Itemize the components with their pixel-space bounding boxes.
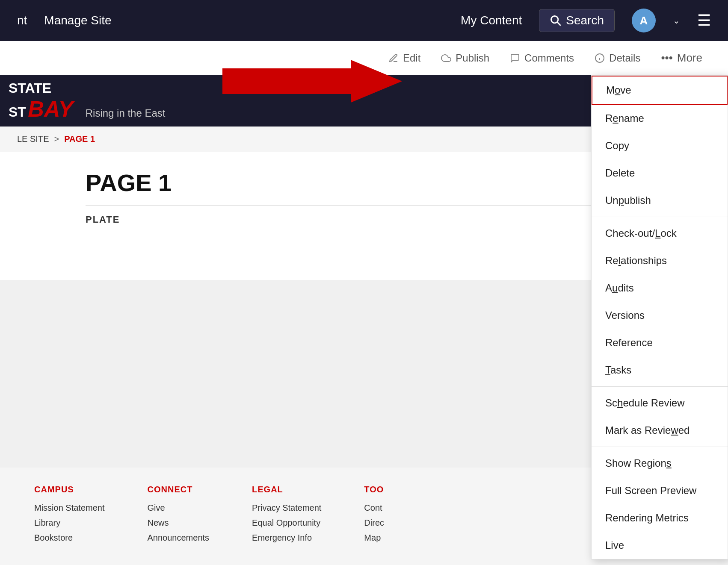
footer-link-cont[interactable]: Cont bbox=[364, 503, 384, 513]
live-label: Live bbox=[605, 539, 624, 551]
ellipsis-icon: ••• bbox=[661, 51, 672, 65]
dropdown-divider-2 bbox=[592, 386, 728, 387]
details-button[interactable]: Details bbox=[595, 52, 640, 64]
nav-item-nt[interactable]: nt bbox=[17, 14, 27, 27]
nav-right: My Content Search A ⌄ ☰ bbox=[461, 9, 711, 32]
move-label: Move bbox=[606, 84, 631, 96]
checkout-label: Check-out/Lock bbox=[605, 227, 677, 239]
dropdown-item-relationships[interactable]: Relationships bbox=[592, 247, 728, 274]
cloud-icon bbox=[441, 53, 451, 63]
my-content-button[interactable]: My Content bbox=[461, 14, 522, 27]
footer-link-announcements[interactable]: Announcements bbox=[148, 533, 210, 543]
breadcrumb-site[interactable]: LE SITE bbox=[17, 134, 49, 144]
logo-text-block: STATE ST BAY Rising in the East bbox=[9, 80, 166, 122]
more-label: More bbox=[677, 51, 702, 65]
nav-left: nt Manage Site bbox=[17, 14, 112, 27]
dropdown-divider-1 bbox=[592, 217, 728, 217]
relationships-label: Relationships bbox=[605, 255, 667, 266]
delete-label: Delete bbox=[605, 167, 635, 179]
svg-line-1 bbox=[557, 22, 561, 26]
site-logo: STATE ST BAY Rising in the East bbox=[9, 80, 166, 122]
footer-link-library[interactable]: Library bbox=[34, 518, 105, 528]
dropdown-item-delete[interactable]: Delete bbox=[592, 159, 728, 187]
dropdown-item-rendering-metrics[interactable]: Rendering Metrics bbox=[592, 504, 728, 532]
details-label: Details bbox=[609, 52, 640, 64]
dropdown-item-mark-reviewed[interactable]: Mark as Reviewed bbox=[592, 417, 728, 444]
logo-state: STATE bbox=[9, 80, 51, 96]
dropdown-item-checkout[interactable]: Check-out/Lock bbox=[592, 220, 728, 247]
dropdown-item-rename[interactable]: Rename bbox=[592, 105, 728, 132]
schedule-review-label: Schedule Review bbox=[605, 397, 684, 409]
content-divider bbox=[86, 205, 642, 206]
dropdown-item-show-regions[interactable]: Show Regions bbox=[592, 450, 728, 477]
audits-label: Audits bbox=[605, 282, 634, 294]
pencil-icon bbox=[388, 53, 399, 63]
footer-link-direc[interactable]: Direc bbox=[364, 518, 384, 528]
logo-bay-line: ST BAY Rising in the East bbox=[9, 96, 166, 122]
logo-east: ST bbox=[9, 104, 26, 120]
dropdown-item-fullscreen-preview[interactable]: Full Screen Preview bbox=[592, 477, 728, 504]
footer-connect-title: CONNECT bbox=[148, 485, 210, 494]
search-label: Search bbox=[566, 14, 604, 27]
reference-label: Reference bbox=[605, 337, 653, 348]
nav-item-manage-site[interactable]: Manage Site bbox=[44, 14, 111, 27]
breadcrumb-current: PAGE 1 bbox=[64, 134, 95, 144]
edit-label: Edit bbox=[403, 52, 420, 64]
versions-label: Versions bbox=[605, 309, 645, 321]
fullscreen-preview-label: Full Screen Preview bbox=[605, 485, 696, 496]
dropdown-item-tasks[interactable]: Tasks bbox=[592, 356, 728, 384]
page-title: PAGE 1 bbox=[86, 169, 642, 197]
footer-col-tools: TOO Cont Direc Map bbox=[364, 485, 384, 548]
rendering-metrics-label: Rendering Metrics bbox=[605, 512, 689, 524]
footer-campus-title: CAMPUS bbox=[34, 485, 105, 494]
more-dropdown-menu: Move Rename Copy Delete Unpublish Check-… bbox=[591, 75, 728, 559]
dropdown-item-unpublish[interactable]: Unpublish bbox=[592, 187, 728, 214]
more-button[interactable]: ••• More bbox=[661, 51, 702, 65]
show-regions-label: Show Regions bbox=[605, 457, 672, 469]
footer-legal-title: LEGAL bbox=[252, 485, 321, 494]
mark-reviewed-label: Mark as Reviewed bbox=[605, 424, 690, 436]
logo-bay: BAY bbox=[28, 97, 73, 121]
top-navigation: nt Manage Site My Content Search A ⌄ ☰ bbox=[0, 0, 728, 41]
footer-link-privacy[interactable]: Privacy Statement bbox=[252, 503, 321, 513]
footer-col-legal: LEGAL Privacy Statement Equal Opportunit… bbox=[252, 485, 321, 548]
avatar[interactable]: A bbox=[632, 9, 656, 32]
footer-link-news[interactable]: News bbox=[148, 518, 210, 528]
content-divider-2 bbox=[86, 234, 642, 234]
footer-link-equal-opportunity[interactable]: Equal Opportunity bbox=[252, 518, 321, 528]
logo-state-line: STATE bbox=[9, 80, 166, 96]
unpublish-label: Unpublish bbox=[605, 194, 651, 206]
chevron-down-icon[interactable]: ⌄ bbox=[673, 15, 680, 26]
dropdown-item-audits[interactable]: Audits bbox=[592, 274, 728, 302]
footer-col-connect: CONNECT Give News Announcements bbox=[148, 485, 210, 548]
copy-label: Copy bbox=[605, 140, 629, 151]
hamburger-menu-icon[interactable]: ☰ bbox=[697, 12, 711, 29]
publish-button[interactable]: Publish bbox=[441, 52, 489, 64]
svg-point-0 bbox=[551, 16, 558, 23]
footer-link-bookstore[interactable]: Bookstore bbox=[34, 533, 105, 543]
dropdown-item-copy[interactable]: Copy bbox=[592, 132, 728, 159]
footer-link-give[interactable]: Give bbox=[148, 503, 210, 513]
comments-icon bbox=[510, 53, 520, 63]
footer-link-emergency[interactable]: Emergency Info bbox=[252, 533, 321, 543]
logo-tagline: Rising in the East bbox=[86, 107, 166, 119]
search-button[interactable]: Search bbox=[539, 9, 615, 32]
dropdown-divider-3 bbox=[592, 447, 728, 447]
dropdown-item-schedule-review[interactable]: Schedule Review bbox=[592, 389, 728, 417]
dropdown-item-move[interactable]: Move bbox=[592, 76, 728, 105]
breadcrumb-separator: > bbox=[54, 134, 59, 144]
rename-label: Rename bbox=[605, 112, 644, 124]
dropdown-item-reference[interactable]: Reference bbox=[592, 329, 728, 356]
tasks-label: Tasks bbox=[605, 364, 631, 376]
footer-tools-title: TOO bbox=[364, 485, 384, 494]
search-icon bbox=[550, 15, 562, 26]
footer-link-mission[interactable]: Mission Statement bbox=[34, 503, 105, 513]
footer-link-map[interactable]: Map bbox=[364, 533, 384, 543]
content-toolbar: Edit Publish Comments Details ••• More bbox=[0, 41, 728, 75]
info-icon bbox=[595, 53, 605, 63]
template-label: PLATE bbox=[86, 214, 642, 225]
edit-button[interactable]: Edit bbox=[388, 52, 420, 64]
dropdown-item-live[interactable]: Live bbox=[592, 532, 728, 559]
dropdown-item-versions[interactable]: Versions bbox=[592, 302, 728, 329]
comments-button[interactable]: Comments bbox=[510, 52, 574, 64]
